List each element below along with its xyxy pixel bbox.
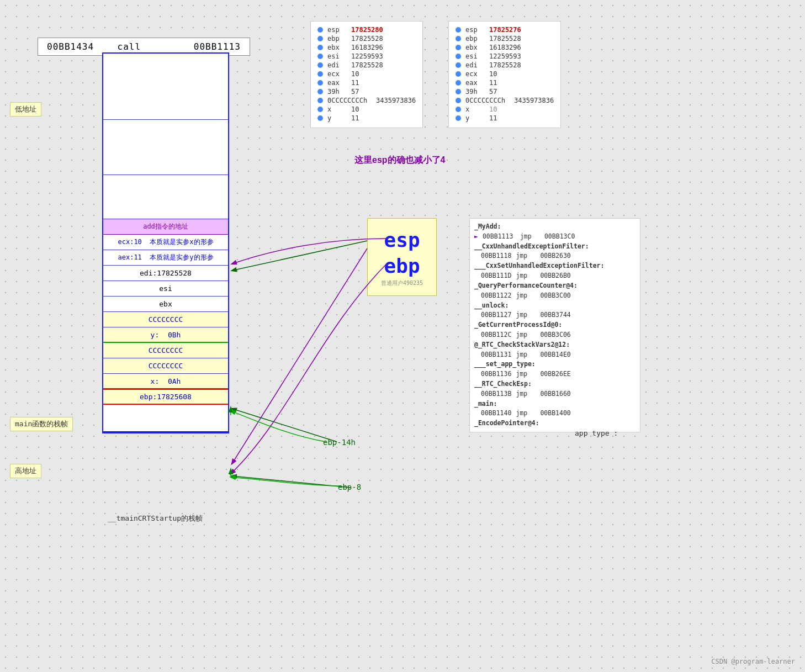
reg-row-edi-left: edi 17825528 [317, 61, 416, 69]
tmain-frame-label: __tmainCRTStartup的栈帧 [108, 514, 203, 523]
reg-bullet [317, 45, 323, 50]
high-addr-label: 高地址 [10, 464, 41, 478]
reg-row-0ccc-right: 0CCCCCCCCh 3435973836 [456, 97, 554, 104]
code-line-8: 00BB1136 jmp 00BB26EE [474, 369, 635, 379]
reg-bullet [317, 107, 323, 112]
code-label-rtc: @_RTC_CheckStackVars2@12: [474, 340, 635, 350]
reg-row-esp-right: esp 17825276 [456, 26, 554, 34]
reg-row-39h-right: 39h 57 [456, 88, 554, 96]
reg-row-esp-left: esp 17825280 [317, 26, 416, 34]
reg-row-0ccc-left: 0CCCCCCCCh 3435973836 [317, 97, 416, 104]
esp-label: esp [384, 229, 420, 251]
code-panel: _MyAdd: ► 00BB1113 jmp 00BB13C0 __CxxUnh… [469, 218, 640, 432]
code-line-4: 00BB1122 jmp 00BB3C00 [474, 291, 635, 301]
reg-row-eax-left: eax 11 [317, 79, 416, 87]
main-frame-label: main函数的栈帧 [10, 417, 73, 431]
reg-bullet [456, 80, 461, 86]
reg-row-39h-left: 39h 57 [317, 88, 416, 96]
svg-line-3 [232, 476, 351, 488]
reg-panel-right: esp 17825276 ebp 17825528 ebx 16183296 e… [448, 21, 561, 128]
stack-row-x: x: 0Ah [103, 374, 228, 389]
reg-bullet [317, 115, 323, 121]
code-line-6: 00BB112C jmp 00BB3C06 [474, 330, 635, 340]
code-line-9: 00BB113B jmp 00BB1660 [474, 389, 635, 399]
reg-row-esi-left: esi 12259593 [317, 52, 416, 60]
instruction-addr: 00BB1434 [47, 41, 94, 52]
code-line-7: 00BB1131 jmp 00BB14E0 [474, 350, 635, 360]
reg-row-ecx-right: ecx 10 [456, 70, 554, 78]
code-label-qpc: _QueryPerformanceCounter@4: [474, 281, 635, 291]
app-type-label: app type : [575, 429, 618, 437]
reg-panel-left: esp 17825280 ebp 17825528 ebx 16183296 e… [310, 21, 423, 128]
reg-row-x-right: x 10 [456, 105, 554, 113]
stack-row-ccc3: CCCCCCCC [103, 358, 228, 374]
reg-row-ebx-left: ebx 16183296 [317, 44, 416, 51]
stack-row-y: y: 0Bh [103, 327, 228, 343]
stack-row-bottom [103, 405, 228, 432]
low-addr-label: 低地址 [10, 102, 41, 117]
reg-row-ebx-right: ebx 16183296 [456, 44, 554, 51]
reg-bullet [456, 115, 461, 121]
code-label-getpid: _GetCurrentProcessId@0: [474, 320, 635, 330]
code-line-5: 00BB1127 jmp 00BB3744 [474, 310, 635, 320]
esp-ebp-note: 普通用户490235 [381, 279, 423, 287]
reg-bullet [317, 71, 323, 77]
stack-row-ebp: ebp:17825608 [103, 389, 228, 405]
stack-row [103, 120, 228, 175]
svg-line-2 [232, 409, 337, 442]
reg-bullet [317, 36, 323, 41]
reg-row-ebp-left: ebp 17825528 [317, 35, 416, 43]
code-label-myadd: _MyAdd: [474, 222, 635, 232]
code-label-rtcesp: __RTC_CheckEsp: [474, 379, 635, 389]
reg-bullet [456, 36, 461, 41]
reg-row-ebp-right: ebp 17825528 [456, 35, 554, 43]
reg-row-eax-right: eax 11 [456, 79, 554, 87]
svg-line-1 [232, 248, 367, 464]
svg-line-0 [232, 240, 370, 271]
stack-row-ccc1: CCCCCCCC [103, 312, 228, 327]
code-label-cxx2: ___CxxSetUnhandledExceptionFilter: [474, 261, 635, 271]
stack-row [103, 175, 228, 219]
reg-row-x-left: x 10 [317, 105, 416, 113]
reg-bullet [456, 45, 461, 50]
esp-ebp-box: esp ebp 普通用户490235 [367, 218, 437, 296]
reg-bullet [456, 107, 461, 112]
reg-row-ecx-left: ecx 10 [317, 70, 416, 78]
ebp-14h-label: ebp-14h [323, 438, 356, 447]
note-esp-reduced: 这里esp的确也减小了4 [354, 155, 445, 166]
reg-bullet [456, 54, 461, 59]
code-line-3: 00BB111D jmp 00BB26B0 [474, 271, 635, 281]
reg-bullet [317, 27, 323, 33]
reg-bullet [317, 54, 323, 59]
reg-bullet [456, 71, 461, 77]
stack-row-ccc2: CCCCCCCC [103, 343, 228, 358]
code-label-setapp: ___set_app_type: [474, 359, 635, 369]
stack-row-ebx: ebx [103, 297, 228, 312]
ebp-label: ebp [384, 255, 420, 277]
reg-bullet [317, 80, 323, 86]
stack-row-ecx: ecx:10 本质就是实参x的形参 [103, 235, 228, 250]
watermark: CSDN @program-learner [711, 658, 795, 665]
reg-bullet [317, 62, 323, 68]
reg-row-y-right: y 11 [456, 114, 554, 122]
reg-row-edi-right: edi 17825528 [456, 61, 554, 69]
stack-row-add: add指令的地址 [103, 219, 228, 235]
instruction-target: 00BB1113 [194, 41, 241, 52]
code-label-unlock: __unlock: [474, 301, 635, 311]
reg-row-esi-right: esi 12259593 [456, 52, 554, 60]
stack-row [103, 54, 228, 120]
stack-row-esi: esi [103, 281, 228, 297]
reg-bullet [456, 62, 461, 68]
code-line-2: 00BB1118 jmp 00BB2630 [474, 251, 635, 261]
reg-bullet [317, 98, 323, 103]
code-label-cxx1: __CxxUnhandledExceptionFilter: [474, 242, 635, 252]
ebp-8-label: ebp-8 [338, 483, 361, 491]
instruction-op: call [118, 41, 141, 52]
code-line-1: ► 00BB1113 jmp 00BB13C0 [474, 232, 635, 242]
reg-bullet [456, 98, 461, 103]
code-label-main: _main: [474, 399, 635, 409]
reg-bullet [456, 27, 461, 33]
stack-row-eax: aex:11 本质就是实参y的形参 [103, 250, 228, 266]
stack-frame: add指令的地址 ecx:10 本质就是实参x的形参 aex:11 本质就是实参… [102, 52, 229, 433]
code-line-10: 00BB1140 jmp 00BB1400 [474, 409, 635, 419]
